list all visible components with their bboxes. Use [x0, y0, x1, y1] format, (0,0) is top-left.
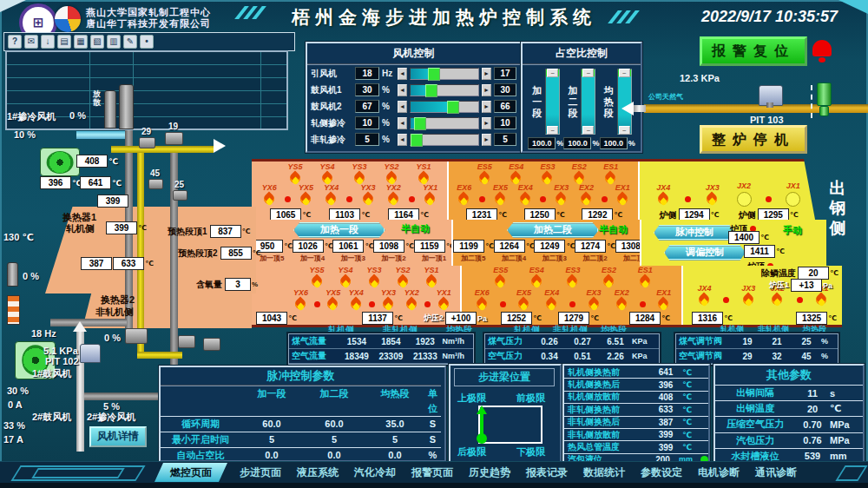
furnace-middle-band: 加热一段 半自动 950℃加一顶5 1026℃加一顶4 1061℃加一顶3 10…	[252, 220, 825, 267]
param-value[interactable]: 60.0	[303, 416, 365, 432]
nav-tab[interactable]: 参数设定	[634, 463, 689, 482]
flame-icon	[545, 298, 558, 312]
duty-slider[interactable]	[545, 69, 560, 135]
nav-tab[interactable]: 燃控页面	[155, 463, 227, 482]
param-value[interactable]: 5	[240, 432, 303, 447]
header-cell: 加二段	[303, 385, 365, 416]
slider-right-arrow[interactable]: ►	[482, 68, 491, 80]
alarm-reset-button[interactable]: 报警复位	[700, 36, 807, 66]
fan-value-field[interactable]: 10	[355, 116, 379, 129]
slider-left-arrow[interactable]: ◄	[398, 134, 407, 146]
flame-icon	[616, 193, 629, 207]
fan-slider-handle[interactable]	[414, 117, 426, 130]
valve-25-icon[interactable]	[173, 190, 187, 201]
nav-tab[interactable]: 步进页面	[233, 463, 288, 482]
fan-value-field[interactable]: 67	[355, 100, 379, 113]
fan-slider-handle[interactable]	[411, 134, 423, 147]
fan-value-field[interactable]: 18	[355, 67, 379, 80]
fan-value-field[interactable]: 5	[355, 133, 379, 146]
param-unit: S	[424, 432, 441, 447]
pulse-control-button[interactable]: 脉冲控制	[654, 225, 735, 241]
fan-slider-handle[interactable]	[425, 84, 437, 97]
param-value[interactable]: 60.0	[240, 416, 303, 432]
fan-control-title: 风机控制	[307, 43, 520, 65]
slider-left-arrow[interactable]: ◄	[398, 101, 407, 113]
flame-icon	[263, 193, 276, 207]
slider-left-arrow[interactable]: ◄	[398, 84, 407, 96]
fan-slider-handle[interactable]	[428, 68, 440, 81]
slider-left-arrow[interactable]: ◄	[398, 68, 407, 80]
lock-icon[interactable]: •	[140, 35, 154, 49]
valve-19-icon[interactable]	[165, 132, 183, 145]
fan-slider-track[interactable]	[410, 101, 479, 113]
duty-value[interactable]: 100.0	[528, 137, 556, 149]
mail-icon[interactable]: ✉	[24, 35, 38, 49]
oxygen-content: 含氧量3%	[196, 278, 258, 291]
middle-heating1-zone: 加热一段 半自动 950℃加一顶5 1026℃加一顶4 1061℃加一顶3 10…	[252, 220, 451, 266]
gas-valve-icon[interactable]	[817, 82, 832, 106]
edit-icon[interactable]: ✎	[123, 35, 137, 49]
fan-details-button[interactable]: 风机详情	[89, 426, 147, 447]
fan-slider-handle[interactable]	[447, 101, 459, 114]
slider-right-arrow[interactable]: ►	[482, 84, 491, 96]
folder-icon[interactable]: ▤	[57, 35, 71, 49]
slider-right-arrow[interactable]: ►	[482, 117, 491, 129]
cold-fan1-label: 1#掺冷风机	[7, 110, 56, 123]
nav-tab[interactable]: 数据统计	[576, 463, 632, 482]
nav-tab[interactable]: 汽化冷却	[347, 463, 403, 482]
heating1-mode: 半自动	[401, 222, 430, 235]
burner: JX4	[693, 285, 715, 307]
fan-slider-track[interactable]	[410, 117, 479, 129]
nav-tab[interactable]: 通讯诊断	[748, 463, 804, 482]
fan-slider-track[interactable]	[410, 84, 479, 96]
table-icon[interactable]: ▥	[107, 35, 121, 49]
duty-value[interactable]: 100.0	[600, 137, 628, 149]
param-value[interactable]: 5	[303, 432, 365, 447]
report-icon[interactable]: ▧	[90, 35, 104, 49]
cold-fan1-icon[interactable]	[40, 148, 80, 176]
param-value[interactable]: 35.0	[365, 416, 424, 432]
valve-45-icon[interactable]	[148, 179, 163, 189]
download-icon[interactable]: ↓	[41, 35, 55, 49]
page-title: 梧州金海步进加热炉控制系统	[292, 5, 596, 30]
table-row: 出钢温度20℃	[715, 400, 863, 416]
valve-29-icon[interactable]	[139, 137, 155, 148]
diagram-temp-408: 408℃	[76, 155, 118, 168]
pit102-pressure: 5.1 KPa	[43, 346, 78, 356]
fan-value-field[interactable]: 30	[355, 83, 379, 96]
burner	[722, 297, 731, 307]
slider-left-arrow[interactable]: ◄	[398, 117, 407, 129]
fan-slider-track[interactable]	[410, 68, 479, 80]
param-value[interactable]: 5	[365, 432, 424, 447]
gas-flow-arrow-icon	[621, 102, 634, 115]
furnace-shutdown-button[interactable]: 整炉停机	[700, 125, 807, 154]
bias-control-button[interactable]: 调偏控制	[664, 245, 746, 260]
burner: YX3	[378, 289, 400, 312]
nav-tab[interactable]: 报表记录	[519, 463, 575, 482]
fan-label: 引风机	[311, 68, 352, 80]
flame-icon	[580, 193, 593, 207]
nav-tab[interactable]: 液压系统	[290, 463, 345, 482]
flame-icon	[362, 193, 375, 207]
param-unit: S	[424, 416, 441, 432]
nav-tab[interactable]: 历史趋势	[462, 463, 517, 482]
blower1-amp: 0 A	[8, 399, 23, 410]
duty-value[interactable]: 100.0	[563, 137, 591, 149]
duty-slider[interactable]	[581, 69, 595, 135]
slider-right-arrow[interactable]: ►	[482, 134, 491, 146]
chart-icon[interactable]: ▦	[74, 35, 88, 49]
header-cell: 单位	[424, 385, 441, 416]
fan-unit: Hz	[382, 69, 395, 78]
fan-slider-track[interactable]	[410, 134, 479, 146]
fan-label: 鼓风机1	[311, 84, 352, 96]
flame-icon	[369, 301, 375, 307]
damper-valve-icon[interactable]	[125, 328, 148, 344]
nav-tab[interactable]: 报警页面	[404, 463, 460, 482]
pit102-tag: PIT 102	[45, 356, 79, 366]
burner: EX3	[550, 184, 573, 207]
nav-tab[interactable]: 电机诊断	[691, 463, 746, 482]
help-icon[interactable]: ?	[8, 35, 22, 49]
toolbar: ? ✉ ↓ ▤ ▦ ▧ ▥ ✎ •	[3, 32, 295, 51]
alarm-bell-icon[interactable]	[810, 36, 834, 63]
slider-right-arrow[interactable]: ►	[482, 101, 491, 113]
